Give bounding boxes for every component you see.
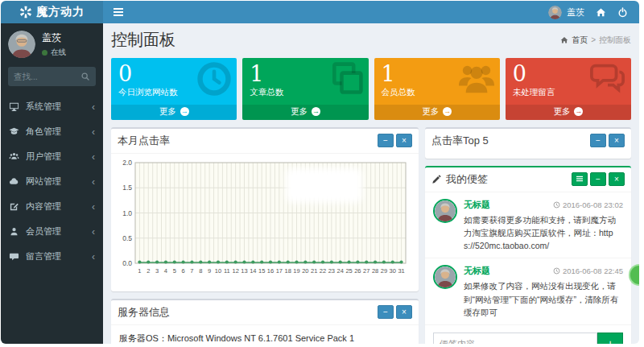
note-text: 如果修改了内容，网站没有出现变化，请到“网站管理”下面的“网站缓存”，清除所有缓… [464, 279, 623, 319]
sidebar-item-website[interactable]: 网站管理‹ [1, 169, 103, 194]
svg-text:21: 21 [311, 267, 317, 275]
sidebar-item-system[interactable]: 系统管理‹ [1, 94, 103, 119]
chevron-left-icon: ‹ [92, 101, 95, 113]
svg-text:26: 26 [354, 267, 361, 275]
svg-text:19: 19 [293, 267, 299, 275]
svg-text:2.0: 2.0 [122, 159, 132, 167]
more-link[interactable]: 更多→ [374, 105, 500, 120]
more-link[interactable]: 更多→ [506, 105, 631, 120]
app-logo[interactable]: 魔方动力 [1, 1, 103, 23]
avatar [433, 199, 457, 223]
avatar [433, 265, 457, 289]
svg-text:29: 29 [381, 267, 387, 275]
sidebar-menu: 系统管理‹ 角色管理‹ 用户管理‹ 网站管理‹ 内容管理‹ [1, 94, 103, 269]
svg-text:15: 15 [258, 267, 265, 275]
sidebar-item-members[interactable]: 会员管理‹ [1, 219, 103, 244]
list-button[interactable] [572, 172, 588, 186]
svg-text:9: 9 [208, 267, 211, 275]
add-note-button[interactable]: + [597, 333, 623, 344]
stat-value: 1 [382, 62, 493, 86]
sidebar-item-roles[interactable]: 角色管理‹ [1, 119, 103, 144]
stat-label: 今日浏览网站数 [118, 87, 229, 98]
stat-box-today-views: 0 今日浏览网站数 更多→ [111, 58, 237, 120]
stat-value: 0 [513, 62, 624, 86]
sidebar-item-messages[interactable]: 留言管理‹ [1, 244, 103, 269]
user-status[interactable]: 在线 [42, 48, 66, 58]
close-button[interactable]: × [609, 134, 625, 147]
panel-title: 点击率Top 5 [431, 134, 489, 148]
chevron-left-icon: ‹ [92, 201, 95, 213]
svg-text:3: 3 [155, 267, 159, 275]
svg-text:10: 10 [215, 267, 221, 275]
navbar-user-name: 盖茨 [567, 6, 584, 19]
breadcrumb-home[interactable]: 首页 [572, 35, 588, 46]
graduation-cap-icon [9, 126, 19, 137]
stat-value: 0 [118, 62, 229, 86]
svg-text:13: 13 [241, 267, 247, 275]
minimize-button[interactable]: − [378, 134, 394, 147]
search-input[interactable] [14, 72, 80, 81]
sidebar-toggle-icon[interactable] [103, 1, 134, 23]
minimize-button[interactable]: − [590, 134, 606, 147]
svg-text:20: 20 [302, 267, 308, 275]
sidebar-item-content[interactable]: 内容管理‹ [1, 194, 103, 219]
cube-logo-icon [19, 6, 32, 19]
stat-box-articles: 1 文章总数 更多→ [242, 58, 368, 120]
close-button[interactable]: × [396, 134, 412, 147]
svg-text:16: 16 [267, 267, 274, 275]
svg-text:28: 28 [372, 267, 378, 275]
pencil-icon [431, 175, 441, 184]
note-item: 无标题 2016-06-08 22:45 如果修改了内容，网站没有出现变化，请到… [425, 258, 631, 325]
svg-text:27: 27 [363, 267, 369, 275]
arrow-circle-right-icon: → [312, 107, 320, 116]
sidebar-user-panel: 盖茨 在线 [1, 23, 103, 63]
svg-text:0.5: 0.5 [122, 233, 132, 242]
chevron-left-icon: ‹ [92, 251, 95, 262]
search-icon[interactable] [80, 72, 90, 81]
svg-text:31: 31 [398, 267, 404, 275]
sidebar: 盖茨 在线 系统管理‹ 角色管理‹ 用户管理‹ [1, 23, 103, 344]
svg-text:11: 11 [224, 267, 230, 275]
svg-text:4: 4 [164, 267, 167, 275]
user-icon [9, 226, 19, 237]
svg-text:0.0: 0.0 [122, 259, 132, 267]
svg-text:24: 24 [337, 267, 344, 275]
stat-label: 文章总数 [250, 87, 361, 98]
svg-text:23: 23 [328, 267, 335, 275]
navbar-user-menu[interactable]: 盖茨 [548, 6, 584, 19]
note-item: 无标题 2016-06-08 23:02 如需要获得更多功能和支持，请到魔方动力… [425, 192, 631, 259]
minimize-button[interactable]: − [590, 172, 606, 186]
breadcrumb: 首页 > 控制面板 [560, 35, 631, 46]
close-button[interactable]: × [609, 172, 625, 186]
svg-text:7: 7 [190, 267, 193, 275]
sidebar-search [8, 67, 96, 86]
power-logout-icon[interactable] [617, 7, 628, 18]
note-title[interactable]: 无标题 [464, 199, 490, 211]
stat-box-messages: 0 未处理留言 更多→ [506, 58, 631, 120]
note-content-input[interactable] [433, 333, 597, 344]
more-link[interactable]: 更多→ [242, 105, 368, 120]
sidebar-item-users[interactable]: 用户管理‹ [1, 144, 103, 169]
desktop-icon [9, 101, 19, 112]
svg-text:30: 30 [390, 267, 396, 275]
stat-label: 未处理留言 [513, 87, 624, 98]
clock-icon [553, 267, 560, 275]
monthly-clicks-panel: 本月点击率 − × 0.00.51.01.52.0123456789101112… [111, 127, 419, 291]
breadcrumb-current: 控制面板 [599, 35, 631, 46]
clock-icon [553, 201, 560, 209]
chevron-left-icon: ‹ [92, 151, 95, 163]
more-link[interactable]: 更多→ [111, 105, 237, 120]
home-icon[interactable] [596, 7, 606, 18]
svg-text:1: 1 [138, 267, 141, 275]
arrow-circle-right-icon: → [443, 107, 452, 116]
panel-title: 本月点击率 [118, 134, 170, 148]
chevron-left-icon: ‹ [92, 126, 95, 138]
note-time: 2016-06-08 22:45 [553, 266, 623, 275]
note-time: 2016-06-08 23:02 [553, 200, 623, 209]
svg-text:5: 5 [173, 267, 176, 275]
admin-dashboard: 魔方动力 盖茨 盖茨 [1, 1, 639, 344]
close-button[interactable]: × [396, 305, 412, 319]
note-title[interactable]: 无标题 [464, 265, 490, 277]
minimize-button[interactable]: − [378, 305, 394, 319]
cloud-icon [9, 176, 19, 187]
